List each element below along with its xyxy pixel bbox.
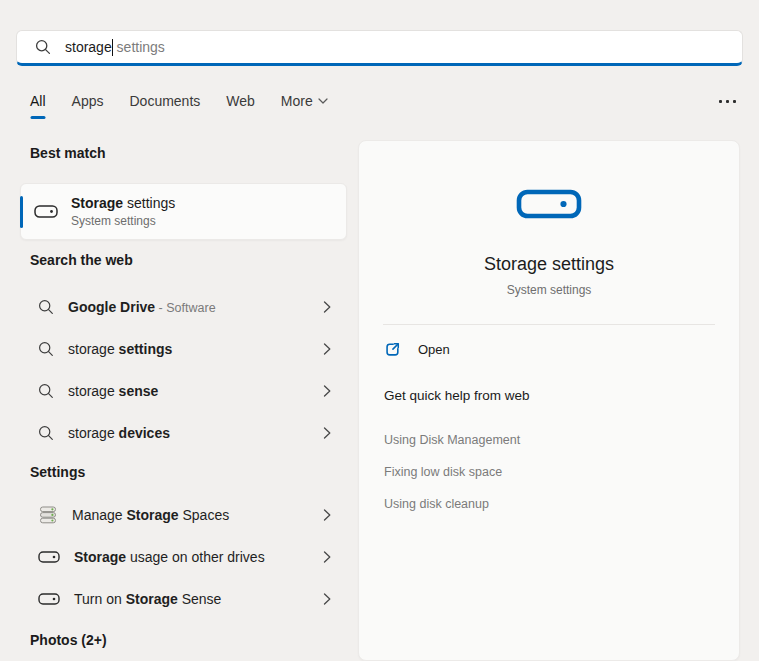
- row-label: Google Drive - Software: [68, 299, 216, 315]
- search-icon: [38, 341, 54, 357]
- chevron-right-icon: [323, 343, 331, 355]
- settings-header: Settings: [30, 464, 85, 480]
- web-suggestion-row[interactable]: storage sense: [20, 370, 347, 412]
- open-label: Open: [418, 342, 450, 357]
- tab-label: Apps: [72, 93, 104, 109]
- quick-help-header: Get quick help from web: [384, 388, 530, 403]
- open-action[interactable]: Open: [384, 341, 450, 358]
- search-suggestion-text: settings: [113, 39, 165, 55]
- tab-label: More: [281, 93, 313, 109]
- tab-more[interactable]: More: [281, 93, 328, 121]
- web-suggestion-row[interactable]: storage devices: [20, 412, 347, 454]
- settings-result-row[interactable]: Turn on Storage Sense: [20, 578, 347, 620]
- chevron-right-icon: [323, 301, 331, 313]
- tab-label: All: [30, 93, 46, 109]
- tab-label: Documents: [129, 93, 200, 109]
- preview-title: Storage settings: [359, 254, 739, 275]
- search-the-web-header: Search the web: [30, 252, 133, 268]
- preview-subtitle: System settings: [359, 283, 739, 297]
- search-filter-tabs: All Apps Documents Web More: [30, 93, 328, 121]
- settings-results-list: Manage Storage Spaces Storage usage on o…: [20, 494, 347, 620]
- row-label: Turn on Storage Sense: [74, 591, 221, 607]
- row-label: Storage usage on other drives: [74, 549, 265, 565]
- search-icon: [38, 299, 54, 315]
- divider: [383, 324, 715, 325]
- chevron-right-icon: [323, 509, 331, 521]
- storage-spaces-icon: [38, 505, 58, 525]
- preview-panel: Storage settings System settings Open Ge…: [358, 140, 740, 661]
- quick-help-link[interactable]: Fixing low disk space: [384, 456, 520, 488]
- best-match-header: Best match: [30, 145, 105, 161]
- settings-result-row[interactable]: Manage Storage Spaces: [20, 494, 347, 536]
- chevron-right-icon: [323, 427, 331, 439]
- storage-drive-icon: [516, 189, 582, 219]
- active-tab-indicator: [30, 116, 45, 119]
- best-match-result[interactable]: Storage settings System settings: [20, 183, 347, 240]
- search-icon: [38, 425, 54, 441]
- drive-icon: [38, 551, 60, 563]
- chevron-right-icon: [323, 593, 331, 605]
- quick-help-link[interactable]: Using Disk Management: [384, 424, 520, 456]
- web-suggestion-row[interactable]: storage settings: [20, 328, 347, 370]
- tab-all[interactable]: All: [30, 93, 46, 121]
- chevron-right-icon: [323, 385, 331, 397]
- row-label: Manage Storage Spaces: [72, 507, 229, 523]
- quick-help-link[interactable]: Using disk cleanup: [384, 488, 520, 520]
- row-label: storage sense: [68, 383, 158, 399]
- search-typed-text: storage: [65, 39, 112, 55]
- settings-result-row[interactable]: Storage usage on other drives: [20, 536, 347, 578]
- more-options-button[interactable]: [715, 96, 740, 107]
- web-suggestion-row[interactable]: Google Drive - Software: [20, 286, 347, 328]
- tab-web[interactable]: Web: [226, 93, 255, 121]
- tab-apps[interactable]: Apps: [72, 93, 104, 121]
- row-label: storage devices: [68, 425, 170, 441]
- search-input[interactable]: storage settings: [16, 30, 743, 66]
- chevron-right-icon: [323, 551, 331, 563]
- photos-header: Photos (2+): [30, 632, 107, 648]
- selection-indicator: [20, 196, 23, 228]
- drive-icon: [34, 205, 58, 218]
- tab-label: Web: [226, 93, 255, 109]
- search-icon: [38, 383, 54, 399]
- drive-icon: [38, 593, 60, 605]
- open-external-icon: [384, 341, 401, 358]
- best-match-subtitle: System settings: [71, 214, 175, 228]
- tab-documents[interactable]: Documents: [129, 93, 200, 121]
- row-label: storage settings: [68, 341, 172, 357]
- chevron-down-icon: [318, 98, 328, 104]
- web-suggestions-list: Google Drive - Software storage settings…: [20, 286, 347, 454]
- search-icon: [35, 39, 51, 55]
- quick-help-links: Using Disk ManagementFixing low disk spa…: [384, 424, 520, 520]
- best-match-title: Storage settings: [71, 195, 175, 211]
